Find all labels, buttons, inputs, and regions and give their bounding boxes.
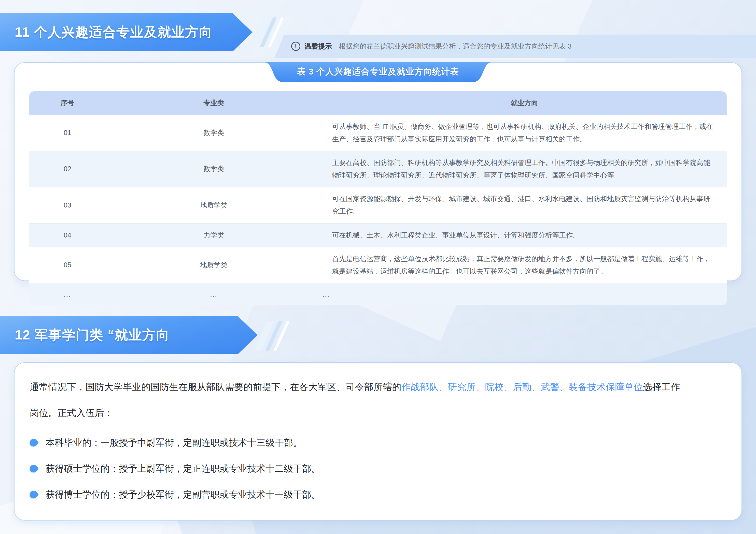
tip-text: 根据您的霍兰德职业兴趣测试结果分析，适合您的专业及就业方向统计见表 3 bbox=[339, 42, 572, 51]
table-title: 表 3 个人兴趣适合专业及就业方向统计表 bbox=[265, 62, 491, 83]
list-item: 获得硕士学位的：授予上尉军衔，定正连职或专业技术十二级干部。 bbox=[30, 461, 742, 477]
table-header-row: 序号 专业类 就业方向 bbox=[29, 91, 727, 115]
teardrop-bullet-icon bbox=[28, 437, 39, 448]
cell-major: 力学类 bbox=[106, 223, 322, 247]
intro-paragraph: 通常情况下，国防大学毕业的国防生在服从部队需要的前提下，在各大军区、司令部所辖的… bbox=[30, 374, 681, 426]
cell-no: … bbox=[29, 283, 106, 305]
table-title-badge: 表 3 个人兴趣适合专业及就业方向统计表 bbox=[265, 62, 491, 83]
cell-major: 地质学类 bbox=[106, 193, 322, 217]
slash-decoration bbox=[261, 321, 283, 351]
cell-major: 数学类 bbox=[106, 157, 322, 181]
list-item: 获得博士学位的：授予少校军衔，定副营职或专业技术十一级干部。 bbox=[30, 486, 742, 503]
interest-table-card: 表 3 个人兴趣适合专业及就业方向统计表 序号 专业类 就业方向 01 数学类 … bbox=[14, 62, 742, 281]
cell-direction: 主要在高校、国防部门、科研机构等从事教学研究及相关科研管理工作。中国有很多与物理… bbox=[322, 151, 727, 187]
table-row-ellipsis: … … … bbox=[29, 283, 727, 305]
cell-direction: 首先是电信运营商，这些单位技术都比较成熟，真正需要您做研发的地方并不多，所以一般… bbox=[322, 247, 727, 283]
highlighted-units-text: 作战部队、研究所、院校、后勤、武警、装备技术保障单位 bbox=[401, 382, 643, 392]
cell-no: 02 bbox=[29, 157, 106, 181]
tip-label: 温馨提示 bbox=[305, 42, 332, 51]
exclamation-circle-icon: ! bbox=[291, 42, 300, 51]
section-11-banner: 11 个人兴趣适合专业及就业方向 bbox=[0, 13, 253, 51]
military-employment-card: 通常情况下，国防大学毕业的国防生在服从部队需要的前提下，在各大军区、司令部所辖的… bbox=[14, 362, 742, 521]
bullet-text: 获得博士学位的：授予少校军衔，定副营职或专业技术十一级干部。 bbox=[45, 489, 320, 501]
cell-direction: 可从事教师、当 IT 职员、做商务、做企业管理等，也可从事科研机构、政府机关、企… bbox=[322, 115, 727, 151]
cell-major: … bbox=[106, 283, 322, 305]
cell-no: 04 bbox=[29, 223, 106, 247]
column-header-no: 序号 bbox=[29, 97, 106, 109]
teardrop-bullet-icon bbox=[28, 489, 39, 500]
table-row: 04 力学类 可在机械、土木、水利工程类企业、事业单位从事设计、计算和强度分析等… bbox=[29, 223, 727, 247]
list-item: 本科毕业的：一般授予中尉军衔，定副连职或技术十三级干部。 bbox=[30, 435, 742, 451]
teardrop-bullet-icon bbox=[28, 463, 39, 474]
cell-no: 03 bbox=[29, 193, 106, 217]
cell-major: 地质学类 bbox=[106, 253, 322, 277]
slash-icon bbox=[254, 321, 275, 351]
cell-major: 数学类 bbox=[106, 121, 322, 145]
paragraph-text: 通常情况下，国防大学毕业的国防生在服从部队需要的前提下，在各大军区、司令部所辖的 bbox=[30, 382, 401, 392]
report-page: ! 温馨提示 根据您的霍兰德职业兴趣测试结果分析，适合您的专业及就业方向统计见表… bbox=[0, 0, 756, 534]
slash-decoration bbox=[255, 17, 278, 47]
table-row: 01 数学类 可从事教师、当 IT 职员、做商务、做企业管理等，也可从事科研机构… bbox=[29, 115, 727, 151]
table-row: 05 地质学类 首先是电信运营商，这些单位技术都比较成熟，真正需要您做研发的地方… bbox=[29, 247, 727, 283]
cell-direction: 可在机械、土木、水利工程类企业、事业单位从事设计、计算和强度分析等工作。 bbox=[322, 223, 727, 247]
table-row: 02 数学类 主要在高校、国防部门、科研机构等从事教学研究及相关科研管理工作。中… bbox=[29, 151, 727, 187]
cell-no: 05 bbox=[29, 253, 106, 277]
section-12-title: 12 军事学门类 “就业方向 bbox=[0, 326, 205, 344]
cell-no: 01 bbox=[29, 121, 106, 145]
tip-banner: ! 温馨提示 根据您的霍兰德职业兴趣测试结果分析，适合您的专业及就业方向统计见表… bbox=[274, 35, 756, 58]
section-11-title: 11 个人兴趣适合专业及就业方向 bbox=[0, 23, 248, 41]
interest-table: 序号 专业类 就业方向 01 数学类 可从事教师、当 IT 职员、做商务、做企业… bbox=[29, 91, 727, 305]
bullet-text: 获得硕士学位的：授予上尉军衔，定正连职或专业技术十二级干部。 bbox=[45, 463, 320, 475]
bullet-text: 本科毕业的：一般授予中尉军衔，定副连职或技术十三级干部。 bbox=[45, 437, 302, 449]
column-header-major: 专业类 bbox=[106, 97, 322, 109]
section-12-banner: 12 军事学门类 “就业方向 bbox=[0, 316, 257, 354]
cell-direction: 可在国家资源能源勘探、开发与环保、城市建设、城市交通、港口、水利水电建设、国防和… bbox=[322, 187, 727, 223]
column-header-direction: 就业方向 bbox=[322, 97, 727, 109]
rank-bullet-list: 本科毕业的：一般授予中尉军衔，定副连职或技术十三级干部。 获得硕士学位的：授予上… bbox=[14, 435, 742, 503]
cell-direction: … bbox=[322, 283, 727, 305]
table-row: 03 地质学类 可在国家资源能源勘探、开发与环保、城市建设、城市交通、港口、水利… bbox=[29, 187, 727, 223]
